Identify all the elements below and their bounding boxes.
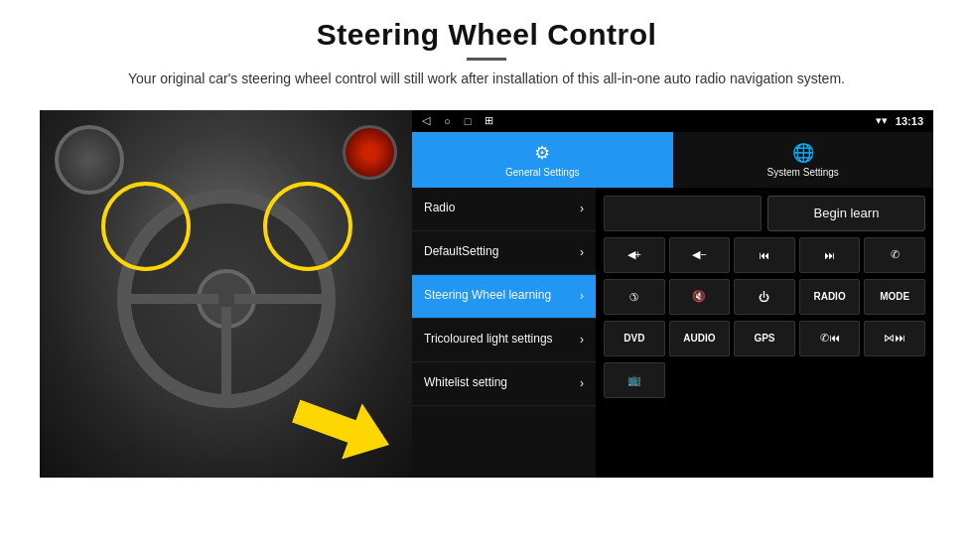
gps-label: GPS (754, 333, 774, 344)
controls-row-4: 📺 (604, 362, 925, 398)
signal-icon: ▾▾ (876, 114, 888, 127)
menu-steering-arrow: › (580, 289, 584, 303)
menu-default-arrow: › (580, 245, 584, 259)
highlight-circle-left (101, 182, 191, 271)
phone-prev-button[interactable]: ✆⏮ (799, 321, 861, 356)
display-icon: 📺 (627, 373, 641, 386)
page-title: Steering Wheel Control (128, 18, 845, 52)
skip-fwd-icon: ⏭ (824, 249, 835, 261)
mute-button[interactable]: 🔇 (669, 279, 731, 315)
spoke-right (234, 294, 324, 304)
phone-icon: ✆ (891, 248, 900, 261)
vol-down-icon: ◀− (692, 248, 706, 261)
system-settings-icon: 🌐 (792, 142, 814, 164)
controls-row-1: ◀+ ◀− ⏮ ⏭ ✆ (604, 237, 925, 273)
menu-steering-label: Steering Wheel learning (424, 288, 551, 304)
menu-item-whitelist[interactable]: Whitelist setting › (412, 362, 596, 406)
menu-item-tricoloured[interactable]: Tricoloured light settings › (412, 319, 596, 362)
display-button[interactable]: 📺 (604, 362, 665, 398)
media-end-icon: ⋈⏭ (884, 332, 905, 345)
menu-default-label: DefaultSetting (424, 244, 498, 260)
empty-input-box (604, 196, 762, 231)
skip-fwd-button[interactable]: ⏭ (799, 237, 861, 273)
gps-button[interactable]: GPS (734, 321, 795, 356)
mode-label: MODE (880, 291, 909, 302)
tab-general-label: General Settings (505, 167, 580, 178)
skip-back-icon: ⏮ (759, 249, 769, 261)
radio-button[interactable]: RADIO (799, 279, 861, 315)
content-row: ◁ ○ □ ⊞ ▾▾ 13:13 ⚙ General Settings 🌐 (40, 110, 933, 478)
vol-up-button[interactable]: ◀+ (604, 237, 665, 273)
vol-down-button[interactable]: ◀− (669, 237, 731, 273)
begin-learn-label: Begin learn (814, 206, 880, 220)
menu-item-radio[interactable]: Radio › (412, 188, 596, 231)
radio-label: RADIO (813, 291, 845, 302)
page-container: Steering Wheel Control Your original car… (0, 0, 973, 560)
audio-label: AUDIO (683, 333, 715, 344)
main-content: Radio › DefaultSetting › Steering Wheel … (412, 188, 933, 478)
spoke-bottom (221, 307, 231, 396)
menu-icon[interactable]: ⊞ (485, 114, 493, 127)
back-icon[interactable]: ◁ (422, 114, 430, 127)
right-panel: Begin learn ◀+ ◀− ⏮ (596, 188, 933, 478)
tab-system-label: System Settings (767, 167, 839, 178)
recents-icon[interactable]: □ (465, 115, 472, 127)
steering-wheel-area (70, 140, 382, 458)
car-image-section (40, 110, 412, 478)
controls-row-2: ✆ 🔇 ⏻ RADIO MODE (604, 279, 925, 315)
mute-icon: 🔇 (692, 290, 706, 303)
highlight-circle-right (263, 182, 352, 271)
tab-bar: ⚙ General Settings 🌐 System Settings (412, 132, 933, 188)
menu-radio-arrow: › (580, 202, 584, 215)
tab-general-settings[interactable]: ⚙ General Settings (412, 132, 673, 188)
media-end-button[interactable]: ⋈⏭ (864, 321, 925, 356)
general-settings-icon: ⚙ (534, 142, 550, 164)
power-button[interactable]: ⏻ (734, 279, 795, 315)
menu-item-steering[interactable]: Steering Wheel learning › (412, 275, 596, 319)
page-subtitle: Your original car's steering wheel contr… (128, 69, 845, 90)
power-icon: ⏻ (759, 291, 769, 303)
menu-radio-label: Radio (424, 201, 455, 216)
menu-whitelist-arrow: › (580, 376, 584, 390)
dvd-label: DVD (624, 333, 644, 344)
mode-button[interactable]: MODE (864, 279, 925, 315)
home-icon[interactable]: ○ (444, 115, 451, 127)
android-ui: ◁ ○ □ ⊞ ▾▾ 13:13 ⚙ General Settings 🌐 (412, 110, 933, 478)
begin-learn-button[interactable]: Begin learn (767, 196, 925, 231)
vol-up-icon: ◀+ (627, 248, 641, 261)
menu-tricoloured-arrow: › (580, 333, 584, 347)
status-right: ▾▾ 13:13 (876, 114, 923, 127)
tab-system-settings[interactable]: 🌐 System Settings (673, 132, 934, 188)
status-time: 13:13 (896, 115, 923, 127)
menu-item-default[interactable]: DefaultSetting › (412, 231, 596, 275)
top-row: Begin learn (604, 196, 925, 231)
title-divider (467, 58, 506, 61)
call-end-button[interactable]: ✆ (604, 279, 665, 315)
controls-row-3: DVD AUDIO GPS ✆⏮ ⋈⏭ (604, 321, 925, 356)
nav-icons: ◁ ○ □ ⊞ (422, 114, 493, 127)
audio-button[interactable]: AUDIO (669, 321, 731, 356)
spoke-left (129, 294, 218, 304)
title-section: Steering Wheel Control Your original car… (128, 18, 845, 104)
menu-tricoloured-label: Tricoloured light settings (424, 332, 553, 348)
phone-answer-button[interactable]: ✆ (864, 237, 925, 273)
phone-prev-icon: ✆⏮ (820, 332, 840, 345)
skip-back-button[interactable]: ⏮ (734, 237, 795, 273)
status-bar: ◁ ○ □ ⊞ ▾▾ 13:13 (412, 110, 933, 132)
call-end-icon: ✆ (626, 289, 642, 305)
dvd-button[interactable]: DVD (604, 321, 665, 356)
menu-whitelist-label: Whitelist setting (424, 375, 507, 391)
left-menu: Radio › DefaultSetting › Steering Wheel … (412, 188, 596, 478)
